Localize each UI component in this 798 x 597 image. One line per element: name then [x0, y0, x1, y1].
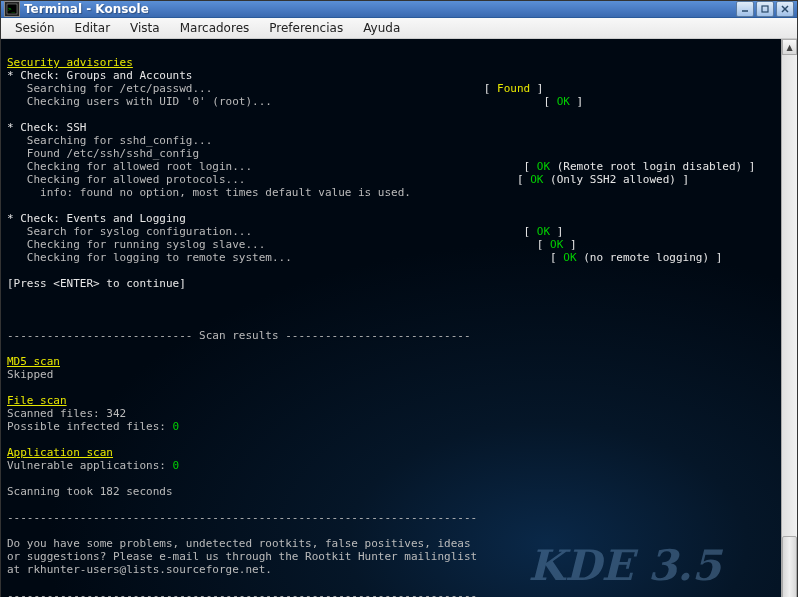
footer-text: at rkhunter-users@lists.sourceforge.net.: [7, 563, 272, 576]
output-line: Found /etc/ssh/sshd_config: [7, 147, 199, 160]
prompt-line: [Press <ENTER> to continue]: [7, 277, 186, 290]
status-note: (Only SSH2 allowed): [543, 173, 682, 186]
menu-editar[interactable]: Editar: [65, 18, 121, 38]
svg-text:>_: >_: [8, 5, 16, 13]
svg-rect-3: [762, 6, 768, 12]
status-note: (no remote logging): [577, 251, 716, 264]
output-line: Checking for running syslog slave...: [7, 238, 265, 251]
scroll-track[interactable]: [782, 55, 797, 597]
konsole-window: >_ Terminal - Konsole Sesión Editar Vist…: [0, 0, 798, 597]
titlebar[interactable]: >_ Terminal - Konsole: [1, 1, 797, 18]
terminal-icon: >_: [4, 1, 20, 17]
output-line: Checking users with UID '0' (root)...: [7, 95, 272, 108]
window-title: Terminal - Konsole: [24, 2, 736, 16]
output-line: Searching for sshd_config...: [7, 134, 212, 147]
check-line: * Check: Groups and Accounts: [7, 69, 192, 82]
output-line: Searching for /etc/passwd...: [7, 82, 212, 95]
vuln-count: 0: [173, 459, 180, 472]
status-ok: OK: [537, 225, 550, 238]
status-ok: OK: [537, 160, 550, 173]
output-line: info: found no option, most times defaul…: [7, 186, 411, 199]
check-line: * Check: Events and Logging: [7, 212, 186, 225]
scroll-thumb[interactable]: [782, 536, 797, 597]
menu-preferencias[interactable]: Preferencias: [259, 18, 353, 38]
check-line: * Check: SSH: [7, 121, 86, 134]
terminal-container: Security advisories * Check: Groups and …: [1, 39, 797, 597]
kde-watermark: KDE 3.5: [528, 559, 721, 572]
close-button[interactable]: [776, 1, 794, 17]
minimize-button[interactable]: [736, 1, 754, 17]
status-ok: OK: [557, 95, 570, 108]
section-header: MD5 scan: [7, 355, 60, 368]
window-controls: [736, 1, 794, 17]
menu-ayuda[interactable]: Ayuda: [353, 18, 410, 38]
output-line: Search for syslog configuration...: [7, 225, 252, 238]
status-ok: OK: [550, 238, 563, 251]
output-line: Skipped: [7, 368, 53, 381]
divider: ---------------------------- Scan result…: [7, 329, 471, 342]
output-line: Checking for logging to remote system...: [7, 251, 292, 264]
section-header: Application scan: [7, 446, 113, 459]
output-line: Checking for allowed root login...: [7, 160, 252, 173]
status-found: Found: [497, 82, 530, 95]
footer-text: or suggestions? Please e-mail us through…: [7, 550, 477, 563]
menu-vista[interactable]: Vista: [120, 18, 170, 38]
section-header: File scan: [7, 394, 67, 407]
infected-count: 0: [173, 420, 180, 433]
scanned-count: 342: [106, 407, 126, 420]
output-line: Scanning took 182 seconds: [7, 485, 173, 498]
status-ok: OK: [530, 173, 543, 186]
footer-text: Do you have some problems, undetected ro…: [7, 537, 471, 550]
menu-marcadores[interactable]: Marcadores: [170, 18, 260, 38]
maximize-button[interactable]: [756, 1, 774, 17]
scroll-up-button[interactable]: ▲: [782, 39, 797, 55]
menubar: Sesión Editar Vista Marcadores Preferenc…: [1, 18, 797, 39]
status-note: (Remote root login disabled): [550, 160, 749, 173]
terminal-output[interactable]: Security advisories * Check: Groups and …: [1, 39, 781, 597]
status-ok: OK: [563, 251, 576, 264]
output-line: Scanned files:: [7, 407, 106, 420]
divider: ----------------------------------------…: [7, 511, 477, 524]
output-line: Vulnerable applications:: [7, 459, 173, 472]
scrollbar[interactable]: ▲ ▼: [781, 39, 797, 597]
divider: ----------------------------------------…: [7, 589, 477, 597]
menu-sesion[interactable]: Sesión: [5, 18, 65, 38]
output-line: Checking for allowed protocols...: [7, 173, 245, 186]
section-header: Security advisories: [7, 56, 133, 69]
output-line: Possible infected files:: [7, 420, 173, 433]
